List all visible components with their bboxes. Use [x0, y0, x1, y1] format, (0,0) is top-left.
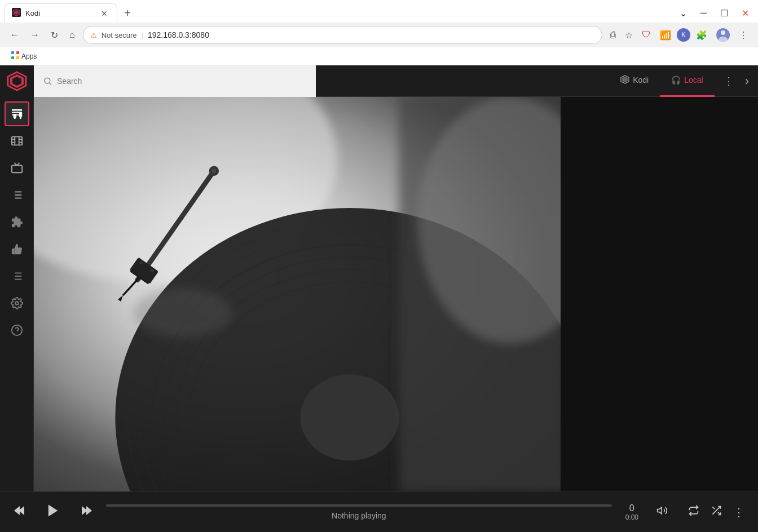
apps-grid-icon: [11, 51, 19, 61]
dropdown-button[interactable]: ⌄: [675, 6, 691, 21]
security-warning-icon: ⚠: [90, 31, 97, 39]
kodi-app: Kodi 🎧 Local ⋮ ›: [0, 65, 758, 532]
forward-button[interactable]: →: [27, 28, 43, 42]
svg-rect-23: [11, 137, 21, 145]
rewind-button[interactable]: [9, 499, 32, 525]
footer-right-controls: ⋮: [684, 500, 749, 524]
svg-rect-17: [11, 112, 21, 113]
svg-point-12: [45, 78, 50, 83]
svg-rect-5: [11, 51, 14, 54]
footer-volume: [654, 503, 670, 521]
volume-icon-button[interactable]: [654, 503, 670, 521]
sidebar-item-settings[interactable]: [5, 291, 29, 316]
kodi-search-bar[interactable]: [34, 65, 316, 97]
kodi-header-actions: ⋮ ›: [715, 69, 758, 93]
turntable-image: [34, 97, 561, 491]
progress-bar-area[interactable]: Nothing playing: [106, 504, 612, 520]
svg-rect-7: [11, 56, 14, 59]
browser-tab-title: Kodi: [25, 9, 94, 17]
search-icon: [43, 76, 52, 86]
sidebar-item-help[interactable]: [5, 318, 29, 343]
sidebar-item-movies[interactable]: [5, 128, 29, 153]
minimize-button[interactable]: ─: [696, 6, 711, 20]
chrome-menu-icon[interactable]: ⋮: [735, 28, 751, 43]
kodi-nav-tabs: Kodi 🎧 Local: [609, 65, 715, 97]
local-tab-icon: 🎧: [671, 76, 681, 85]
kodi-tab-icon: [620, 75, 629, 86]
time-value: 0: [629, 503, 634, 513]
sidebar-item-playlist[interactable]: [5, 183, 29, 207]
sidebar-item-addons[interactable]: [5, 210, 29, 234]
home-button[interactable]: ⌂: [66, 28, 78, 42]
address-url: 192.168.0.3:8080: [148, 30, 595, 39]
kodi-favicon-icon: [12, 8, 21, 19]
profile-k-icon[interactable]: K: [677, 28, 690, 42]
svg-rect-6: [16, 51, 19, 54]
kodi-footer: Nothing playing 0 0:00: [0, 491, 758, 532]
svg-line-13: [50, 83, 51, 85]
kodi-body: [0, 97, 758, 491]
shield-icon[interactable]: 🛡: [638, 28, 654, 42]
search-input[interactable]: [57, 77, 307, 86]
close-button[interactable]: ✕: [737, 6, 753, 21]
tab-local[interactable]: 🎧 Local: [660, 65, 714, 97]
local-tab-label: Local: [684, 76, 703, 85]
header-next-button[interactable]: ›: [741, 69, 753, 93]
new-tab-button[interactable]: +: [120, 5, 135, 22]
svg-point-65: [134, 288, 232, 338]
stats-icon[interactable]: 📶: [656, 28, 675, 43]
sidebar-item-queue[interactable]: [5, 264, 29, 289]
bookmark-star-icon[interactable]: ☆: [622, 28, 636, 43]
svg-marker-70: [49, 504, 58, 516]
svg-rect-22: [13, 114, 16, 118]
browser-chrome: Kodi ✕ + ⌄ ─ ☐ ✕ ← → ↻ ⌂ ⚠ Not secure | …: [0, 0, 758, 65]
sidebar-item-music[interactable]: [5, 101, 29, 126]
svg-point-20: [19, 117, 21, 119]
browser-tab-kodi[interactable]: Kodi ✕: [5, 3, 117, 23]
sidebar-item-tv[interactable]: [5, 156, 29, 180]
svg-line-76: [712, 507, 715, 509]
play-button[interactable]: [41, 498, 65, 526]
now-playing-label: Nothing playing: [332, 511, 386, 520]
svg-point-43: [15, 302, 19, 305]
address-separator: |: [142, 31, 143, 39]
apps-label: Apps: [21, 52, 37, 60]
tab-close-button[interactable]: ✕: [99, 8, 110, 19]
browser-title-bar: Kodi ✕ + ⌄ ─ ☐ ✕: [0, 0, 758, 23]
kodi-logo[interactable]: [0, 65, 34, 97]
window-controls: ⌄ ─ ☐ ✕: [675, 6, 753, 21]
extensions-icon[interactable]: 🧩: [693, 28, 711, 43]
svg-marker-73: [658, 507, 662, 514]
time-display: 0:00: [625, 513, 638, 521]
kodi-sidebar: [0, 97, 34, 491]
svg-point-55: [300, 374, 399, 460]
progress-track[interactable]: [106, 504, 612, 507]
avatar-icon[interactable]: [713, 26, 733, 44]
sidebar-item-favorites[interactable]: [5, 237, 29, 261]
restore-button[interactable]: ☐: [716, 6, 733, 21]
svg-rect-19: [19, 113, 21, 117]
player-more-button[interactable]: ⋮: [729, 501, 749, 524]
share-icon[interactable]: ⎙: [607, 28, 619, 42]
reload-button[interactable]: ↻: [47, 28, 61, 43]
fast-forward-button[interactable]: [74, 499, 97, 525]
repeat-button[interactable]: [684, 500, 704, 524]
svg-marker-72: [86, 506, 92, 515]
toolbar-icons: ⎙ ☆ 🛡 📶 K 🧩 ⋮: [607, 26, 751, 44]
browser-toolbar: ← → ↻ ⌂ ⚠ Not secure | 192.168.0.3:8080 …: [0, 23, 758, 47]
kodi-right-panel: [561, 97, 758, 491]
svg-rect-8: [16, 56, 19, 59]
kodi-header: Kodi 🎧 Local ⋮ ›: [0, 65, 758, 97]
address-bar[interactable]: ⚠ Not secure | 192.168.0.3:8080: [83, 26, 602, 44]
svg-marker-15: [622, 76, 628, 82]
kodi-tab-label: Kodi: [633, 76, 649, 85]
tab-kodi[interactable]: Kodi: [609, 65, 660, 97]
svg-point-4: [719, 37, 728, 42]
apps-bookmark[interactable]: Apps: [7, 50, 41, 62]
bookmarks-bar: Apps: [0, 47, 758, 65]
footer-time: 0 0:00: [625, 503, 638, 521]
shuffle-button[interactable]: [706, 500, 726, 524]
header-more-button[interactable]: ⋮: [719, 70, 738, 92]
svg-marker-69: [14, 506, 20, 515]
back-button[interactable]: ←: [7, 28, 23, 42]
